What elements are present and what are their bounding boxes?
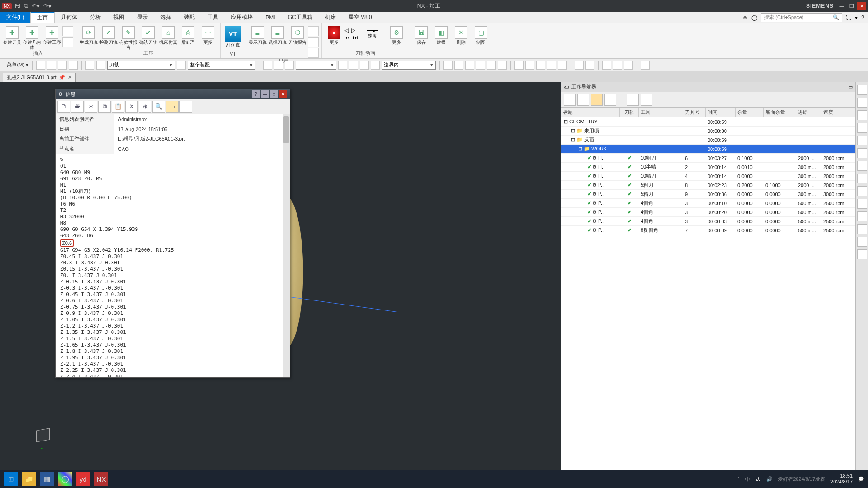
tb-icon[interactable] — [274, 61, 283, 70]
tb-icon[interactable] — [36, 61, 45, 70]
tab-gc[interactable]: GC工具箱 — [282, 12, 319, 23]
side-icon[interactable] — [857, 98, 867, 108]
close-button[interactable]: ✕ — [857, 2, 866, 10]
side-icon[interactable] — [857, 85, 867, 95]
tab-pmi[interactable]: PMI — [259, 12, 281, 23]
combo-empty[interactable]: ▼ — [296, 61, 336, 70]
dlg-tb-icon[interactable]: ▭ — [166, 101, 179, 113]
tab-view[interactable]: 视图 — [107, 12, 131, 23]
tray-chevron-icon[interactable]: ˄ — [737, 476, 740, 482]
nav-tb-icon[interactable] — [627, 94, 639, 106]
redo-icon[interactable]: ↷▾ — [43, 3, 52, 9]
nx-task-icon[interactable]: NX — [94, 472, 108, 486]
ime-icon[interactable]: 中 — [745, 476, 750, 483]
btn-post[interactable]: ⎙后处理 — [179, 24, 198, 45]
restore-button[interactable]: ❐ — [847, 2, 856, 10]
dialog-close-icon[interactable]: ✕ — [279, 90, 287, 98]
dialog-min-icon[interactable]: — — [261, 90, 269, 98]
combo-asm[interactable]: 整个装配▼ — [188, 61, 255, 70]
tree-row[interactable]: ⊟ 📁 反面00:08:59 — [561, 136, 855, 145]
side-icon[interactable] — [857, 224, 867, 234]
minimize-button[interactable]: — — [837, 2, 846, 10]
operation-row[interactable]: ✔⚙ P..✔4倒角300:00:030.00000.0000500 m...2… — [561, 217, 855, 226]
nc-listing[interactable]: % O1 G40 G80 M9 G91 G28 Z0. M5 M1 N1 (10… — [56, 154, 290, 377]
nav-tb-icon[interactable] — [564, 94, 576, 106]
dialog-help-icon[interactable]: ? — [252, 90, 260, 98]
tb-icon[interactable] — [624, 61, 633, 70]
combo-within[interactable]: 边界内▼ — [382, 61, 436, 70]
operation-row[interactable]: ✔⚙ P..✔4倒角300:00:200.00000.0000500 m...2… — [561, 208, 855, 217]
btn-create-op[interactable]: ✚创建工序 — [42, 24, 61, 45]
tree-row[interactable]: ⊟ GEOMETRY00:08:59 — [561, 117, 855, 127]
dropdown-icon[interactable]: ▾ — [855, 14, 858, 21]
close-tab-icon[interactable]: ✕ — [68, 75, 72, 80]
side-icon[interactable] — [857, 186, 867, 196]
btn-anim-more[interactable]: ●更多 — [325, 24, 344, 45]
tab-xk[interactable]: 星空 V8.0 — [342, 12, 378, 23]
side-icon[interactable] — [857, 199, 867, 209]
tb-icon[interactable] — [641, 61, 650, 70]
tb-icon[interactable] — [443, 61, 453, 70]
btn-anim-more2[interactable]: ⚙更多 — [387, 24, 406, 45]
dlg-tb-icon[interactable]: 📋 — [112, 101, 124, 113]
viewport[interactable]: ↓ ⚙ 信息 ? — □ ✕ 🗋 🖶 ✂ ⧉ 📋 ✕ ⊕ — [0, 82, 561, 470]
smile-icon[interactable]: ☺ — [742, 14, 748, 21]
btn-model[interactable]: ◧建模 — [432, 24, 451, 45]
btn-sim[interactable]: ⌂机床仿真 — [159, 24, 178, 45]
side-icon[interactable] — [857, 148, 867, 158]
btn-more1[interactable]: ⋯更多 — [198, 24, 217, 45]
tb-icon[interactable] — [96, 61, 105, 70]
dlg-tb-icon[interactable]: ✕ — [125, 101, 138, 113]
volume-icon[interactable]: 🔊 — [766, 476, 773, 482]
triad[interactable]: ↓ — [36, 429, 59, 452]
tb-icon[interactable] — [558, 61, 567, 70]
tab-display[interactable]: 显示 — [131, 12, 154, 23]
side-icon[interactable] — [857, 136, 867, 145]
speed-slider[interactable]: ━━●━速度 — [359, 24, 386, 39]
tab-analyze[interactable]: 分析 — [84, 12, 107, 23]
dlg-tb-icon[interactable]: 🖶 — [71, 101, 84, 113]
notifications-icon[interactable]: 💬 — [858, 476, 864, 482]
step-fwd-icon[interactable]: ⏭ — [353, 34, 358, 41]
tb-icon[interactable] — [602, 61, 611, 70]
dlg-tb-icon[interactable]: ⧉ — [98, 101, 111, 113]
tab-tools[interactable]: 工具 — [201, 12, 225, 23]
save-icon[interactable]: 🖫 — [14, 3, 20, 9]
btn-vt[interactable]: VTVT仿真 — [223, 24, 242, 47]
tab-machine[interactable]: 机床 — [319, 12, 342, 23]
dialog-max-icon[interactable]: □ — [270, 90, 278, 98]
btn-gen-path[interactable]: ⟳生成刀轨 — [79, 24, 98, 45]
tb-icon[interactable] — [613, 61, 622, 70]
file-tab[interactable]: 孔板2-JLG65A01-3.prt 📌 ✕ — [3, 73, 76, 82]
btn-create-tool[interactable]: ✚创建刀具 — [3, 24, 22, 45]
btn-delete[interactable]: ✕删除 — [452, 24, 471, 45]
tb-icon[interactable] — [547, 61, 556, 70]
tb-icon[interactable] — [177, 61, 186, 70]
chrome-icon[interactable]: ◯ — [58, 472, 72, 486]
copy-icon[interactable]: ⧉ — [24, 2, 28, 9]
combo-path[interactable]: 刀轨▼ — [107, 61, 175, 70]
explorer-icon[interactable]: 📁 — [22, 472, 36, 486]
tab-assembly[interactable]: 装配 — [178, 12, 201, 23]
btn-draft[interactable]: ▢制图 — [472, 24, 491, 45]
clock[interactable]: 18:51 2024/8/17 — [830, 473, 853, 485]
help-icon[interactable]: ? — [861, 14, 864, 21]
tb-icon[interactable] — [525, 61, 534, 70]
tab-geometry[interactable]: 几何体 — [55, 12, 84, 23]
nav-tb-icon[interactable] — [641, 94, 652, 106]
tb-icon[interactable] — [454, 61, 463, 70]
side-icon[interactable] — [857, 249, 867, 259]
pin-icon[interactable]: 📌 — [59, 75, 65, 80]
tb-icon[interactable] — [263, 61, 272, 70]
btn-show-path[interactable]: ≣显示刀轨 — [248, 24, 267, 45]
tb-icon[interactable] — [514, 61, 524, 70]
dlg-tb-icon[interactable]: — — [179, 101, 192, 113]
nav-tb-icon[interactable] — [604, 94, 616, 106]
side-icon[interactable] — [857, 161, 867, 171]
network-icon[interactable]: 🖧 — [756, 476, 761, 482]
user-icon[interactable]: ◯ — [751, 14, 757, 21]
tb-icon[interactable] — [360, 61, 369, 70]
operation-row[interactable]: ✔⚙ H..✔10粗刀600:03:270.10002000 ...2000 r… — [561, 154, 855, 163]
dlg-tb-icon[interactable]: 🔍 — [152, 101, 165, 113]
fullscreen-icon[interactable]: ⛶ — [846, 14, 851, 21]
